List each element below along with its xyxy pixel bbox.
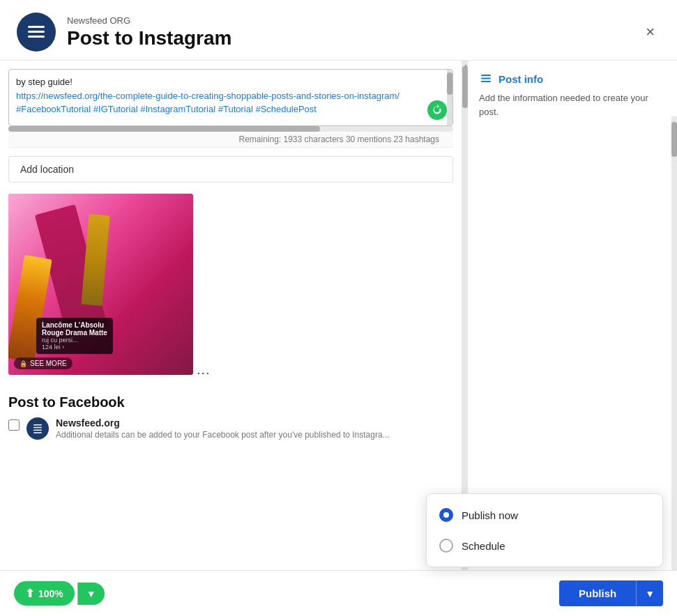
publish-now-radio[interactable] <box>439 508 453 522</box>
modal-footer: ⬆ 100% ▼ Publish now Schedule Publish ▼ <box>0 570 677 616</box>
svg-rect-8 <box>481 78 491 79</box>
facebook-account-desc: Additional details can be added to your … <box>56 430 453 440</box>
textarea-scrollbar-thumb <box>447 72 452 95</box>
svg-rect-0 <box>28 26 45 28</box>
schedule-label: Schedule <box>462 540 505 552</box>
product-name: Lancôme L'Absolu Rouge Drama Matte <box>42 321 107 337</box>
list-icon <box>480 72 492 85</box>
publish-group: Publish ▼ <box>559 580 663 606</box>
post-info-title: Post info <box>499 73 543 85</box>
svg-rect-3 <box>33 424 42 426</box>
svg-rect-1 <box>28 31 45 33</box>
add-location-label: Add location <box>20 164 74 175</box>
svg-rect-7 <box>481 75 491 76</box>
zoom-label: 100% <box>38 588 63 599</box>
textarea-scrollbar <box>447 70 452 125</box>
zoom-button[interactable]: ⬆ 100% <box>14 581 75 606</box>
svg-rect-5 <box>33 430 42 431</box>
horizontal-scrollbar-thumb <box>8 126 320 132</box>
post-info-header: Post info <box>479 72 666 86</box>
ellipsis-button[interactable]: ··· <box>197 364 211 380</box>
refresh-button[interactable] <box>427 100 447 120</box>
logo-icon <box>25 21 47 43</box>
page-title: Post to Instagram <box>67 27 640 49</box>
publish-popup: Publish now Schedule <box>426 493 663 567</box>
image-preview: Lancôme L'Absolu Rouge Drama Matte ruj c… <box>8 194 193 375</box>
modal: Newsfeed ORG Post to Instagram × by step… <box>0 0 677 616</box>
org-name: Newsfeed ORG <box>67 15 640 26</box>
svg-rect-2 <box>28 36 45 38</box>
facebook-section-title: Post to Facebook <box>8 394 453 410</box>
content-scroll[interactable]: by step guide! https://newsfeed.org/the-… <box>0 61 462 570</box>
facebook-checkbox[interactable] <box>8 419 20 431</box>
zoom-control: ⬆ 100% ▼ <box>14 581 105 606</box>
facebook-section: Post to Facebook Newsfeed <box>8 394 453 440</box>
product-image: Lancôme L'Absolu Rouge Drama Matte ruj c… <box>8 194 193 375</box>
add-location-button[interactable]: Add location <box>8 156 453 183</box>
remaining-text: Remaining: 1933 characters 30 mentions 2… <box>238 134 439 144</box>
right-panel-scrollbar[interactable] <box>671 116 677 570</box>
refresh-icon <box>432 105 443 116</box>
facebook-logo <box>26 417 49 440</box>
facebook-row: Newsfeed.org Additional details can be a… <box>8 417 453 440</box>
svg-rect-9 <box>481 81 491 82</box>
remaining-bar: Remaining: 1933 characters 30 mentions 2… <box>8 132 453 148</box>
post-info-desc: Add the information needed to create you… <box>479 91 666 118</box>
upload-icon: ⬆ <box>25 587 34 600</box>
publish-now-label: Publish now <box>462 509 518 521</box>
svg-rect-4 <box>33 427 42 429</box>
zoom-dropdown-button[interactable]: ▼ <box>77 583 105 605</box>
horizontal-scrollbar[interactable] <box>8 126 453 132</box>
text-link[interactable]: https://newsfeed.org/the-complete-guide-… <box>16 91 400 101</box>
app-logo <box>17 13 56 52</box>
publish-now-option[interactable]: Publish now <box>427 500 662 530</box>
scroll-thumb[interactable] <box>462 66 468 108</box>
header-title-block: Newsfeed ORG Post to Instagram <box>67 15 640 49</box>
facebook-account-info: Newsfeed.org Additional details can be a… <box>56 417 453 440</box>
schedule-option[interactable]: Schedule <box>427 530 662 561</box>
svg-rect-6 <box>33 432 42 433</box>
product-tag: Lancôme L'Absolu Rouge Drama Matte ruj c… <box>36 318 113 354</box>
product-price: 124 lei › <box>42 344 107 351</box>
modal-header: Newsfeed ORG Post to Instagram × <box>0 0 677 61</box>
publish-button[interactable]: Publish <box>559 580 636 606</box>
publish-dropdown-button[interactable]: ▼ <box>636 580 663 606</box>
left-panel: by step guide! https://newsfeed.org/the-… <box>0 61 462 570</box>
see-more-label: SEE MORE <box>30 360 67 367</box>
text-hashtags: #FacebookTutorial #IGTutorial #Instagram… <box>16 104 317 114</box>
post-text-content: by step guide! https://newsfeed.org/the-… <box>9 70 452 125</box>
product-sub: ruj cu persi... <box>42 337 107 344</box>
right-panel-scrollbar-thumb <box>671 122 677 157</box>
post-info-icon <box>479 72 493 86</box>
see-more-badge: 🔒 SEE MORE <box>14 357 73 369</box>
facebook-account-name: Newsfeed.org <box>56 417 453 429</box>
post-text-area[interactable]: by step guide! https://newsfeed.org/the-… <box>8 69 453 126</box>
schedule-radio[interactable] <box>439 539 453 553</box>
facebook-logo-icon <box>31 422 44 435</box>
close-button[interactable]: × <box>640 22 660 43</box>
text-line1: by step guide! <box>16 77 73 87</box>
